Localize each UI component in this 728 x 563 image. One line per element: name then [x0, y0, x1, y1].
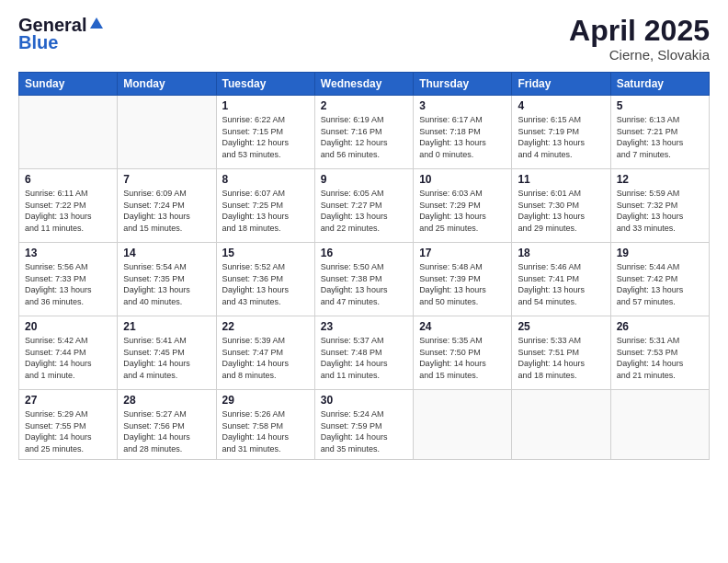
day-info: Sunrise: 6:19 AM Sunset: 7:16 PM Dayligh…: [321, 114, 407, 160]
day-number: 11: [518, 173, 604, 186]
weekday-tuesday: Tuesday: [216, 73, 314, 96]
day-number: 6: [25, 173, 111, 186]
day-number: 1: [222, 99, 309, 112]
weekday-wednesday: Wednesday: [314, 73, 413, 96]
week-row-1: 1Sunrise: 6:22 AM Sunset: 7:15 PM Daylig…: [19, 96, 710, 169]
day-info: Sunrise: 5:35 AM Sunset: 7:50 PM Dayligh…: [419, 335, 506, 381]
calendar-cell: 14Sunrise: 5:54 AM Sunset: 7:35 PM Dayli…: [118, 243, 216, 316]
day-number: 12: [617, 173, 703, 186]
calendar-cell: 16Sunrise: 5:50 AM Sunset: 7:38 PM Dayli…: [314, 243, 413, 316]
day-info: Sunrise: 5:39 AM Sunset: 7:47 PM Dayligh…: [222, 335, 309, 381]
weekday-sunday: Sunday: [19, 73, 118, 96]
day-number: 20: [25, 320, 111, 333]
calendar-cell: 11Sunrise: 6:01 AM Sunset: 7:30 PM Dayli…: [512, 169, 610, 243]
calendar-cell: 29Sunrise: 5:26 AM Sunset: 7:58 PM Dayli…: [216, 390, 314, 460]
day-number: 13: [25, 247, 111, 259]
logo: General Blue: [18, 15, 105, 53]
day-number: 4: [518, 99, 604, 112]
month-title: April 2025: [569, 15, 710, 47]
day-info: Sunrise: 6:13 AM Sunset: 7:21 PM Dayligh…: [617, 114, 703, 160]
day-info: Sunrise: 6:05 AM Sunset: 7:27 PM Dayligh…: [321, 188, 407, 234]
calendar-cell: 18Sunrise: 5:46 AM Sunset: 7:41 PM Dayli…: [512, 243, 610, 316]
calendar-cell: [19, 96, 118, 169]
day-info: Sunrise: 5:41 AM Sunset: 7:45 PM Dayligh…: [123, 335, 210, 381]
calendar-cell: 28Sunrise: 5:27 AM Sunset: 7:56 PM Dayli…: [118, 390, 216, 460]
calendar-cell: 3Sunrise: 6:17 AM Sunset: 7:18 PM Daylig…: [414, 96, 512, 169]
day-number: 3: [419, 99, 506, 112]
day-number: 30: [321, 394, 407, 407]
calendar-body: 1Sunrise: 6:22 AM Sunset: 7:15 PM Daylig…: [19, 96, 710, 460]
day-info: Sunrise: 6:03 AM Sunset: 7:29 PM Dayligh…: [419, 188, 506, 234]
calendar-cell: 6Sunrise: 6:11 AM Sunset: 7:22 PM Daylig…: [19, 169, 118, 243]
calendar-cell: 24Sunrise: 5:35 AM Sunset: 7:50 PM Dayli…: [414, 316, 512, 390]
day-info: Sunrise: 5:54 AM Sunset: 7:35 PM Dayligh…: [123, 261, 210, 307]
weekday-friday: Friday: [512, 73, 610, 96]
day-number: 5: [617, 99, 703, 112]
week-row-2: 6Sunrise: 6:11 AM Sunset: 7:22 PM Daylig…: [19, 169, 710, 243]
day-number: 26: [617, 320, 703, 333]
calendar-cell: 9Sunrise: 6:05 AM Sunset: 7:27 PM Daylig…: [314, 169, 413, 243]
day-info: Sunrise: 6:11 AM Sunset: 7:22 PM Dayligh…: [25, 188, 111, 234]
calendar-cell: 25Sunrise: 5:33 AM Sunset: 7:51 PM Dayli…: [512, 316, 610, 390]
calendar-header: SundayMondayTuesdayWednesdayThursdayFrid…: [19, 73, 710, 96]
week-row-4: 20Sunrise: 5:42 AM Sunset: 7:44 PM Dayli…: [19, 316, 710, 390]
calendar-cell: 8Sunrise: 6:07 AM Sunset: 7:25 PM Daylig…: [216, 169, 314, 243]
day-number: 8: [222, 173, 309, 186]
day-info: Sunrise: 5:33 AM Sunset: 7:51 PM Dayligh…: [518, 335, 604, 381]
calendar-cell: [610, 390, 709, 460]
calendar-cell: 7Sunrise: 6:09 AM Sunset: 7:24 PM Daylig…: [118, 169, 216, 243]
calendar-cell: 5Sunrise: 6:13 AM Sunset: 7:21 PM Daylig…: [610, 96, 709, 169]
day-info: Sunrise: 5:50 AM Sunset: 7:38 PM Dayligh…: [321, 261, 407, 307]
calendar-cell: 26Sunrise: 5:31 AM Sunset: 7:53 PM Dayli…: [610, 316, 709, 390]
day-number: 17: [419, 247, 506, 259]
day-number: 22: [222, 320, 309, 333]
day-number: 25: [518, 320, 604, 333]
day-info: Sunrise: 5:29 AM Sunset: 7:55 PM Dayligh…: [25, 408, 111, 454]
calendar-cell: 30Sunrise: 5:24 AM Sunset: 7:59 PM Dayli…: [314, 390, 413, 460]
week-row-3: 13Sunrise: 5:56 AM Sunset: 7:33 PM Dayli…: [19, 243, 710, 316]
calendar-cell: 12Sunrise: 5:59 AM Sunset: 7:32 PM Dayli…: [610, 169, 709, 243]
weekday-saturday: Saturday: [610, 73, 709, 96]
day-info: Sunrise: 5:26 AM Sunset: 7:58 PM Dayligh…: [222, 408, 309, 454]
logo-text: General Blue: [18, 15, 105, 53]
day-info: Sunrise: 5:46 AM Sunset: 7:41 PM Dayligh…: [518, 261, 604, 307]
calendar-page: General Blue April 2025 Cierne, Slovakia…: [0, 0, 728, 563]
day-number: 14: [123, 247, 210, 259]
day-info: Sunrise: 5:59 AM Sunset: 7:32 PM Dayligh…: [617, 188, 703, 234]
day-number: 29: [222, 394, 309, 407]
weekday-monday: Monday: [118, 73, 216, 96]
header: General Blue April 2025 Cierne, Slovakia: [18, 15, 710, 63]
calendar-table: SundayMondayTuesdayWednesdayThursdayFrid…: [18, 72, 710, 460]
day-info: Sunrise: 6:01 AM Sunset: 7:30 PM Dayligh…: [518, 188, 604, 234]
day-info: Sunrise: 5:31 AM Sunset: 7:53 PM Dayligh…: [617, 335, 703, 381]
calendar-cell: 4Sunrise: 6:15 AM Sunset: 7:19 PM Daylig…: [512, 96, 610, 169]
day-info: Sunrise: 5:42 AM Sunset: 7:44 PM Dayligh…: [25, 335, 111, 381]
calendar-cell: 15Sunrise: 5:52 AM Sunset: 7:36 PM Dayli…: [216, 243, 314, 316]
svg-marker-0: [90, 17, 103, 29]
weekday-row: SundayMondayTuesdayWednesdayThursdayFrid…: [19, 73, 710, 96]
day-info: Sunrise: 6:07 AM Sunset: 7:25 PM Dayligh…: [222, 188, 309, 234]
day-number: 2: [321, 99, 407, 112]
calendar-cell: 22Sunrise: 5:39 AM Sunset: 7:47 PM Dayli…: [216, 316, 314, 390]
week-row-5: 27Sunrise: 5:29 AM Sunset: 7:55 PM Dayli…: [19, 390, 710, 460]
calendar-cell: [512, 390, 610, 460]
calendar-cell: 17Sunrise: 5:48 AM Sunset: 7:39 PM Dayli…: [414, 243, 512, 316]
day-number: 27: [25, 394, 111, 407]
calendar-cell: [118, 96, 216, 169]
calendar-cell: 19Sunrise: 5:44 AM Sunset: 7:42 PM Dayli…: [610, 243, 709, 316]
logo-icon: [88, 16, 105, 32]
day-info: Sunrise: 5:56 AM Sunset: 7:33 PM Dayligh…: [25, 261, 111, 307]
calendar-cell: 10Sunrise: 6:03 AM Sunset: 7:29 PM Dayli…: [414, 169, 512, 243]
day-number: 21: [123, 320, 210, 333]
calendar-cell: 1Sunrise: 6:22 AM Sunset: 7:15 PM Daylig…: [216, 96, 314, 169]
day-number: 16: [321, 247, 407, 259]
day-number: 9: [321, 173, 407, 186]
weekday-thursday: Thursday: [414, 73, 512, 96]
calendar-cell: 27Sunrise: 5:29 AM Sunset: 7:55 PM Dayli…: [19, 390, 118, 460]
day-number: 18: [518, 247, 604, 259]
calendar-cell: 20Sunrise: 5:42 AM Sunset: 7:44 PM Dayli…: [19, 316, 118, 390]
day-number: 10: [419, 173, 506, 186]
calendar-cell: 2Sunrise: 6:19 AM Sunset: 7:16 PM Daylig…: [314, 96, 413, 169]
calendar-cell: 23Sunrise: 5:37 AM Sunset: 7:48 PM Dayli…: [314, 316, 413, 390]
calendar-cell: 13Sunrise: 5:56 AM Sunset: 7:33 PM Dayli…: [19, 243, 118, 316]
